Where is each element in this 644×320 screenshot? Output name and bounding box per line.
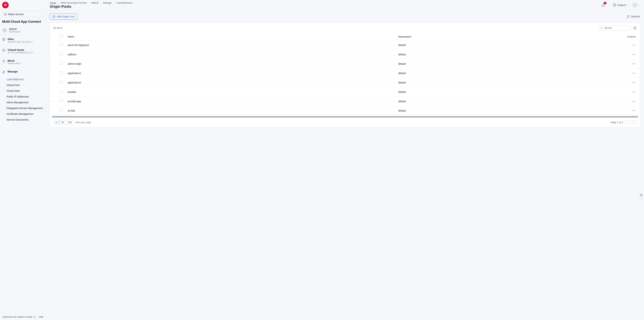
prev-page-button[interactable]	[625, 121, 631, 124]
nav-subitem[interactable]: Public IP Addresses	[0, 94, 46, 99]
expand-row-button[interactable]	[53, 44, 54, 46]
help-tab[interactable]	[638, 192, 644, 199]
refresh-button[interactable]: Refresh	[627, 15, 640, 18]
chevron-right-icon	[41, 78, 43, 80]
sidebar: f5 Select service Multi-Cloud App Connec…	[0, 0, 46, 320]
nav-section-virtual-hosts[interactable]: Virtual Hosts HTTP Load Balancers, TC...	[0, 46, 46, 57]
svg-point-23	[634, 27, 636, 28]
svg-point-4	[3, 60, 3, 60]
row-checkbox[interactable]	[60, 71, 62, 74]
nav-scroller[interactable]: Sites App Site Map, App Site Li... Virtu…	[0, 35, 46, 314]
cell-namespace: default	[396, 78, 625, 87]
nav-section-title: Virtual Hosts	[8, 48, 35, 51]
per-page-label: items per page	[76, 121, 91, 124]
row-actions-button[interactable]: •••	[632, 53, 636, 56]
next-page-button[interactable]	[631, 121, 636, 124]
support-label: Support	[617, 3, 626, 6]
user-menu-button[interactable]	[632, 3, 640, 7]
support-button[interactable]: Support	[613, 3, 629, 7]
nav-subitem-label: Load Balancers	[6, 78, 24, 81]
plus-circle-icon	[52, 15, 56, 18]
nav-subitem[interactable]: Certificate Management	[0, 111, 46, 117]
row-checkbox[interactable]	[60, 62, 62, 65]
cell-name: arcadia-app	[65, 97, 396, 106]
page-size-option[interactable]: 10	[53, 120, 60, 125]
svg-point-21	[601, 27, 602, 28]
row-checkbox[interactable]	[60, 43, 62, 46]
item-count: 30 items	[53, 26, 63, 29]
nav-subitem[interactable]: Virtual Host	[0, 82, 46, 88]
app-title: Multi-Cloud App Connect	[0, 20, 46, 26]
nav-section-sites[interactable]: Sites App Site Map, App Site Li...	[0, 35, 46, 46]
horizontal-scrollbar[interactable]	[52, 116, 638, 118]
col-name[interactable]: Name	[65, 33, 396, 40]
page-size-option[interactable]: 50	[60, 120, 66, 124]
row-actions-button[interactable]: •••	[632, 100, 636, 103]
breadcrumb-item[interactable]: Multi-Cloud App Connect	[61, 1, 87, 4]
namespace-switcher[interactable]: D default Namespace	[0, 26, 46, 35]
chevron-right-icon	[632, 121, 634, 123]
svg-point-7	[4, 62, 5, 62]
cell-name: aaron-lb-originpool	[65, 40, 396, 50]
nav-section-mesh[interactable]: Mesh Service Mesh	[0, 57, 46, 67]
avatar-icon	[632, 3, 637, 7]
nav-subitem[interactable]: Load Balancers	[0, 76, 46, 82]
search-input[interactable]	[604, 26, 629, 29]
row-checkbox[interactable]	[60, 53, 62, 55]
chevron-down-icon	[39, 13, 42, 15]
cell-namespace: default	[396, 40, 625, 50]
expand-row-button[interactable]	[53, 63, 54, 65]
f5-logo[interactable]: f5	[2, 2, 9, 8]
search-icon	[600, 26, 603, 29]
expand-row-button[interactable]	[53, 100, 54, 102]
row-checkbox[interactable]	[60, 99, 62, 102]
chevron-right-icon	[41, 113, 43, 115]
cell-name: airline-origin	[65, 59, 396, 68]
info-icon[interactable]	[34, 316, 36, 318]
hide-link[interactable]: Hide	[38, 316, 44, 318]
service-selector[interactable]: Select service	[2, 11, 44, 17]
svg-rect-2	[2, 49, 5, 50]
row-actions-button[interactable]: •••	[632, 90, 636, 93]
row-checkbox[interactable]	[60, 109, 62, 112]
refresh-icon	[627, 15, 630, 18]
select-all-checkbox[interactable]	[60, 35, 62, 38]
cell-name: arcadia	[65, 87, 396, 97]
col-namespace[interactable]: Namespace	[396, 33, 625, 40]
mesh-icon	[2, 59, 6, 63]
expand-row-button[interactable]	[53, 82, 54, 83]
row-actions-button[interactable]: •••	[632, 81, 636, 84]
help-icon	[640, 194, 643, 197]
add-button-label: Add Origin Pool	[57, 15, 74, 18]
row-actions-button[interactable]: •••	[632, 109, 636, 112]
row-actions-button[interactable]: •••	[632, 72, 636, 75]
nav-section-sub: App Site Map, App Site Li...	[8, 40, 34, 43]
row-checkbox[interactable]	[60, 81, 62, 84]
chevron-down-icon	[41, 29, 44, 31]
nav-subitem[interactable]: Virtual Sites	[0, 88, 46, 94]
breadcrumb-item[interactable]: Load Balancers	[116, 1, 132, 4]
nav-subitem[interactable]: Delegated Domain Management	[0, 105, 46, 111]
nav-section-manage[interactable]: Manage	[0, 67, 46, 76]
breadcrumb-item[interactable]: default	[92, 1, 98, 4]
expand-row-button[interactable]	[53, 91, 54, 93]
expand-row-button[interactable]	[53, 72, 54, 74]
row-actions-button[interactable]: •••	[632, 62, 636, 65]
nav-subitem[interactable]: Alerts Management	[0, 99, 46, 105]
svg-rect-3	[2, 51, 5, 51]
expand-row-button[interactable]	[53, 53, 54, 55]
notifications-button[interactable]: 5	[600, 2, 606, 8]
nav-subitem[interactable]: Service Discoveries	[0, 117, 46, 123]
row-checkbox[interactable]	[60, 90, 62, 93]
breadcrumb-item[interactable]: Home	[50, 1, 56, 4]
cell-name: application2	[65, 78, 396, 87]
breadcrumb-item[interactable]: Manage	[103, 1, 112, 4]
row-actions-button[interactable]: •••	[632, 44, 636, 46]
add-origin-pool-button[interactable]: Add Origin Pool	[50, 13, 77, 20]
table-row: ce-k8s default •••	[50, 106, 640, 115]
table-settings-button[interactable]	[633, 26, 636, 29]
search-box[interactable]	[598, 25, 631, 31]
page-size-option[interactable]: 100	[66, 120, 74, 124]
origin-pools-table: Name Namespace Actions aaron-lb-originpo…	[50, 33, 640, 115]
expand-row-button[interactable]	[53, 110, 54, 112]
